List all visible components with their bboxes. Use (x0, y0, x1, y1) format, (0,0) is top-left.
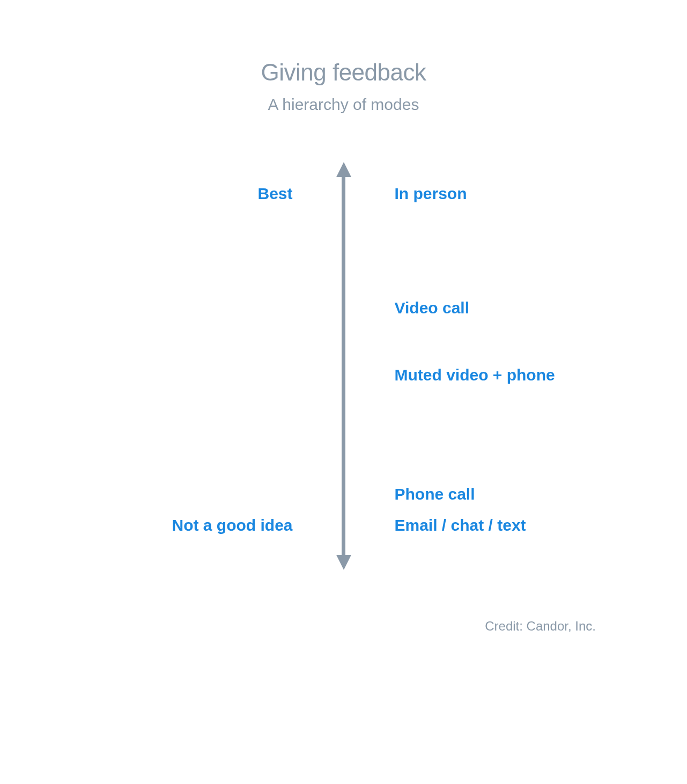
diagram-subtitle: A hierarchy of modes (0, 96, 687, 114)
vertical-double-arrow (333, 162, 354, 570)
arrow-shaft (342, 177, 345, 555)
axis-top-label: Best (257, 185, 292, 203)
credit-text: Credit: Candor, Inc. (485, 619, 596, 634)
mode-phone-call: Phone call (395, 485, 475, 503)
mode-email-chat-text: Email / chat / text (395, 516, 526, 534)
mode-muted-video-phone: Muted video + phone (395, 366, 555, 384)
arrow-up-icon (336, 162, 351, 177)
diagram-title: Giving feedback (0, 59, 687, 86)
axis-bottom-label: Not a good idea (172, 516, 293, 534)
hierarchy-diagram: Best Not a good idea In person Video cal… (0, 162, 687, 602)
mode-in-person: In person (395, 185, 467, 203)
diagram-header: Giving feedback A hierarchy of modes (0, 0, 687, 114)
arrow-down-icon (336, 555, 351, 570)
mode-video-call: Video call (395, 299, 470, 317)
